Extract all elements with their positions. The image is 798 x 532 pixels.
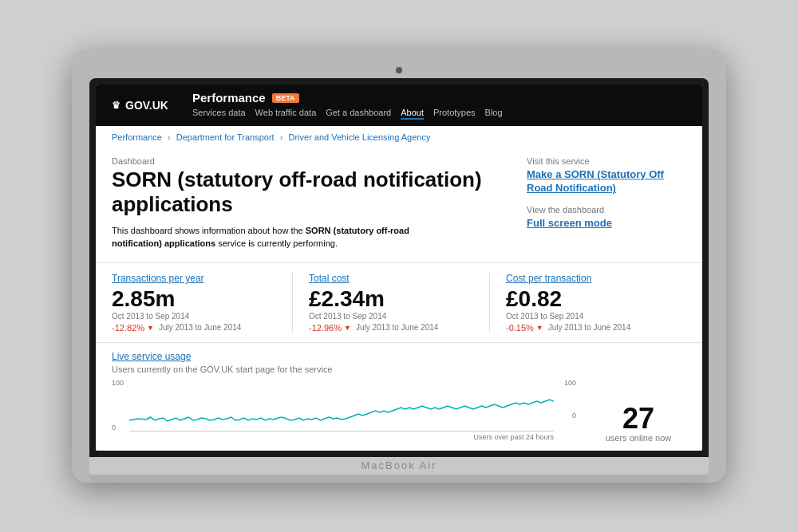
cost-per-change-value: -0.15% [506,323,534,333]
breadcrumb-performance[interactable]: Performance [112,132,162,142]
stats-section: Transactions per year 2.85m Oct 2013 to … [96,262,702,342]
chart-y-right-bottom: 0 [572,412,576,420]
chart-svg-container: 100 0 [129,379,554,432]
cost-per-transaction-value: £0.82 [506,287,670,312]
cost-per-transaction-change: -0.15% ▼ July 2013 to June 2014 [506,323,670,333]
transactions-change: -12.82% ▼ July 2013 to June 2014 [112,323,276,333]
users-online-box: 27 users online now [591,404,686,443]
breadcrumb-dvla[interactable]: Driver and Vehicle Licensing Agency [288,132,430,142]
view-label: View the dashboard [527,205,686,215]
total-cost-down-arrow: ▼ [344,324,351,332]
camera [396,67,402,73]
page-description: This dashboard shows information about h… [112,225,415,250]
users-count: 27 [622,404,654,433]
breadcrumb-sep2: › [280,132,283,142]
left-content: Dashboard SORN (statutory off-road notif… [112,156,511,250]
nav-services-data[interactable]: Services data [192,108,246,120]
main-content: Dashboard SORN (statutory off-road notif… [96,148,702,262]
breadcrumb: Performance › Department for Transport ›… [96,126,702,148]
total-cost-change-period: July 2013 to June 2014 [356,323,438,332]
screen-bezel: ♛ GOV.UK Performance BETA Services data … [89,78,709,457]
cost-per-down-arrow: ▼ [536,324,543,332]
visit-service-link[interactable]: Make a SORN (Statutory Off Road Notifica… [527,168,686,195]
cost-per-transaction-link[interactable]: Cost per transaction [506,273,670,284]
chart-wrapper: 100 0 100 0 Users over past 24 hours [112,379,578,443]
header-links: Services data Web traffic data Get a das… [192,108,503,120]
users-label: users online now [606,433,672,443]
govuk-logo-text: GOV.UK [125,99,168,112]
transactions-value: 2.85m [112,287,276,312]
stat-transactions: Transactions per year 2.85m Oct 2013 to … [112,273,293,333]
breadcrumb-transport[interactable]: Department for Transport [176,132,275,142]
transactions-period: Oct 2013 to Sep 2014 [112,312,276,321]
govuk-header: ♛ GOV.UK Performance BETA Services data … [96,85,702,126]
cost-per-transaction-period: Oct 2013 to Sep 2014 [506,312,670,321]
live-usage-link[interactable]: Live service usage [112,351,686,362]
page-title: SORN (statutory off-road notification) a… [112,167,511,217]
total-cost-change: -12.96% ▼ July 2013 to June 2014 [309,323,473,333]
total-cost-period: Oct 2013 to Sep 2014 [309,312,473,321]
transactions-change-period: July 2013 to June 2014 [159,323,241,332]
nav-web-traffic[interactable]: Web traffic data [255,108,317,120]
live-usage-section: Live service usage Users currently on th… [96,342,702,451]
laptop-base [89,475,709,483]
nav-about[interactable]: About [401,108,424,120]
breadcrumb-sep1: › [168,132,171,142]
visit-label: Visit this service [527,156,686,166]
transactions-down-arrow: ▼ [147,324,154,332]
fullscreen-link[interactable]: Full screen mode [527,217,686,231]
total-cost-value: £2.34m [309,287,473,312]
header-nav: Performance BETA Services data Web traff… [192,91,503,120]
nav-get-dashboard[interactable]: Get a dashboard [326,108,391,120]
live-chart-svg [129,379,554,432]
live-usage-description: Users currently on the GOV.UK start page… [112,365,686,374]
transactions-link[interactable]: Transactions per year [112,273,276,284]
live-chart-area: 100 0 100 0 Users over past 24 hours 27 [112,379,686,443]
total-cost-change-value: -12.96% [309,323,342,333]
right-content: Visit this service Make a SORN (Statutor… [527,156,686,250]
cost-per-change-period: July 2013 to June 2014 [548,323,630,332]
desc-part2: service is currently performing. [215,238,338,248]
macbook-label: MacBook Air [361,459,437,471]
nav-prototypes[interactable]: Prototypes [433,108,476,120]
beta-badge: BETA [272,93,299,103]
crown-icon: ♛ [112,100,120,111]
chart-y-right-top: 100 [564,379,576,387]
laptop-bottom-bar: MacBook Air [89,457,709,475]
transactions-change-value: -12.82% [112,323,144,333]
desc-part1: This dashboard shows information about h… [112,226,306,235]
govuk-logo: ♛ GOV.UK [112,99,168,112]
chart-x-label: Users over past 24 hours [129,433,554,441]
nav-blog[interactable]: Blog [485,108,503,120]
header-title-row: Performance BETA [192,91,503,104]
laptop-frame: ♛ GOV.UK Performance BETA Services data … [72,49,726,483]
performance-title: Performance [192,91,266,104]
stat-cost-per-transaction: Cost per transaction £0.82 Oct 2013 to S… [506,273,686,333]
chart-y-bottom: 0 [112,424,116,432]
screen: ♛ GOV.UK Performance BETA Services data … [96,85,702,451]
stat-total-cost: Total cost £2.34m Oct 2013 to Sep 2014 -… [309,273,490,333]
dashboard-label: Dashboard [112,156,511,166]
chart-y-top: 100 [112,379,124,387]
total-cost-link[interactable]: Total cost [309,273,473,284]
